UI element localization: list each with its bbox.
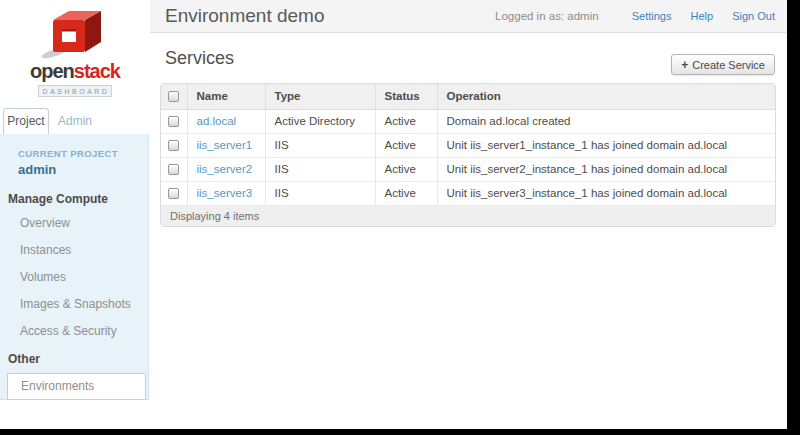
column-header-type[interactable]: Type xyxy=(265,84,375,109)
create-service-button[interactable]: +Create Service xyxy=(671,54,775,75)
service-link[interactable]: ad.local xyxy=(197,115,237,127)
service-link[interactable]: iis_server3 xyxy=(197,187,253,199)
nav-heading-other: Other xyxy=(8,352,148,366)
help-link[interactable]: Help xyxy=(691,10,714,22)
service-type: IIS xyxy=(265,133,375,157)
row-checkbox[interactable] xyxy=(168,140,179,151)
service-type: Active Directory xyxy=(265,109,375,133)
brand-open: open xyxy=(30,60,74,82)
sidebar-panel: CURRENT PROJECT admin Manage Compute Ove… xyxy=(0,134,149,400)
table-row: iis_server2 IIS Active Unit iis_server2_… xyxy=(161,157,775,181)
row-checkbox[interactable] xyxy=(168,116,179,127)
select-all-header xyxy=(161,84,187,109)
select-all-checkbox[interactable] xyxy=(168,91,179,102)
sidebar-item-images-snapshots[interactable]: Images & Snapshots xyxy=(0,291,148,318)
sidebar-item-access-security[interactable]: Access & Security xyxy=(0,318,148,345)
logged-in-as: Logged in as: admin xyxy=(495,10,599,22)
sidebar-item-overview[interactable]: Overview xyxy=(0,210,148,237)
sidebar-tabs: Project Admin xyxy=(0,108,150,134)
service-status: Active xyxy=(375,181,437,205)
service-status: Active xyxy=(375,133,437,157)
column-header-status[interactable]: Status xyxy=(375,84,437,109)
brand-stack: stack xyxy=(74,60,120,82)
table-row: ad.local Active Directory Active Domain … xyxy=(161,109,775,133)
dashboard-window: openstack DASHBOARD Project Admin CURREN… xyxy=(0,0,787,429)
sidebar-item-environments[interactable]: Environments xyxy=(7,373,146,400)
sidebar-item-instances[interactable]: Instances xyxy=(0,237,148,264)
sign-out-link[interactable]: Sign Out xyxy=(732,10,775,22)
tab-admin[interactable]: Admin xyxy=(58,108,92,134)
services-table: Name Type Status Operation ad.local Acti… xyxy=(160,83,776,227)
openstack-logo-icon xyxy=(37,8,113,60)
brand-block: openstack DASHBOARD xyxy=(0,0,150,108)
table-row: iis_server1 IIS Active Unit iis_server1_… xyxy=(161,133,775,157)
table-row: iis_server3 IIS Active Unit iis_server3_… xyxy=(161,181,775,205)
tab-project[interactable]: Project xyxy=(3,108,49,134)
current-project-name: admin xyxy=(18,162,148,177)
service-link[interactable]: iis_server1 xyxy=(197,139,253,151)
table-footer-row: Displaying 4 items xyxy=(161,205,775,226)
screenshot-stage: openstack DASHBOARD Project Admin CURREN… xyxy=(0,0,800,435)
service-operation: Unit iis_server1_instance_1 has joined d… xyxy=(437,133,775,157)
nav-heading-manage-compute: Manage Compute xyxy=(8,192,148,206)
row-checkbox[interactable] xyxy=(168,164,179,175)
service-type: IIS xyxy=(265,181,375,205)
current-project-label: CURRENT PROJECT xyxy=(18,148,148,159)
brand-wordmark: openstack xyxy=(0,61,150,81)
sidebar: openstack DASHBOARD Project Admin CURREN… xyxy=(0,0,150,429)
settings-link[interactable]: Settings xyxy=(632,10,672,22)
row-checkbox[interactable] xyxy=(168,188,179,199)
service-type: IIS xyxy=(265,157,375,181)
sidebar-item-volumes[interactable]: Volumes xyxy=(0,264,148,291)
table-header-row: Name Type Status Operation xyxy=(161,84,775,109)
dashboard-badge: DASHBOARD xyxy=(38,85,112,97)
create-service-label: Create Service xyxy=(692,59,765,71)
column-header-name[interactable]: Name xyxy=(187,84,265,109)
plus-icon: + xyxy=(681,58,688,72)
user-links: Logged in as: admin Settings Help Sign O… xyxy=(495,0,775,33)
service-status: Active xyxy=(375,157,437,181)
service-link[interactable]: iis_server2 xyxy=(197,163,253,175)
column-header-operation[interactable]: Operation xyxy=(437,84,775,109)
service-status: Active xyxy=(375,109,437,133)
page-title: Environment demo xyxy=(165,0,324,32)
services-heading: Services xyxy=(165,48,234,69)
table-footer-count: Displaying 4 items xyxy=(161,205,775,226)
service-operation: Unit iis_server2_instance_1 has joined d… xyxy=(437,157,775,181)
topbar: Environment demo Logged in as: admin Set… xyxy=(150,0,787,33)
service-operation: Unit iis_server3_instance_1 has joined d… xyxy=(437,181,775,205)
service-operation: Domain ad.local created xyxy=(437,109,775,133)
